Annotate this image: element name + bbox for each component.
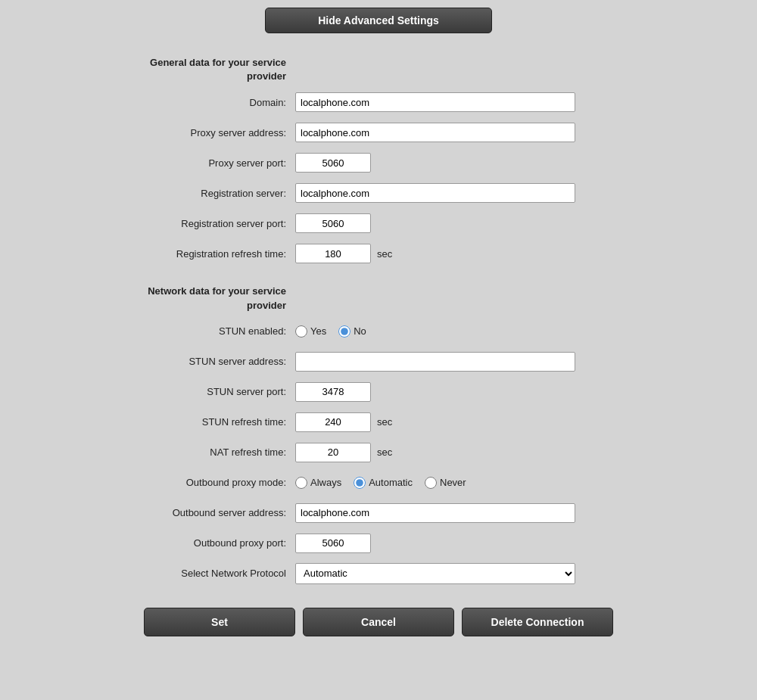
proxy-port-label: Proxy server port:	[208, 157, 286, 169]
outbound-port-label: Outbound proxy port:	[194, 537, 286, 549]
nat-refresh-unit: sec	[377, 446, 392, 458]
network-protocol-select[interactable]: Automatic TCP UDP TLS	[295, 563, 575, 584]
reg-port-input[interactable]	[295, 213, 371, 233]
reg-server-label: Registration server:	[201, 188, 286, 199]
stun-no-option[interactable]: No	[338, 325, 366, 338]
cancel-button[interactable]: Cancel	[303, 608, 454, 636]
reg-refresh-input[interactable]	[295, 244, 371, 263]
outbound-always-radio[interactable]	[295, 477, 307, 489]
stun-enabled-label: STUN enabled:	[219, 325, 286, 337]
delete-connection-button[interactable]: Delete Connection	[462, 608, 613, 636]
proxy-address-input[interactable]	[295, 123, 575, 142]
stun-address-input[interactable]	[295, 352, 575, 372]
reg-port-label: Registration server port:	[181, 218, 286, 229]
outbound-proxy-mode-label: Outbound proxy mode:	[186, 477, 286, 488]
outbound-server-input[interactable]	[295, 503, 575, 523]
outbound-never-radio[interactable]	[425, 477, 437, 489]
stun-port-input[interactable]	[295, 382, 371, 402]
proxy-address-label: Proxy server address:	[191, 127, 286, 138]
proxy-port-input[interactable]	[295, 153, 371, 173]
stun-refresh-label: STUN refresh time:	[202, 416, 286, 428]
nat-refresh-input[interactable]	[295, 443, 371, 462]
stun-no-label: No	[354, 325, 366, 337]
nat-refresh-label: NAT refresh time:	[210, 446, 286, 458]
stun-yes-label: Yes	[310, 325, 326, 337]
outbound-port-input[interactable]	[295, 534, 371, 553]
stun-port-label: STUN server port:	[207, 386, 286, 397]
outbound-server-label: Outbound server address:	[173, 507, 286, 518]
network-section-label: Network data for your service provider	[148, 285, 286, 310]
reg-refresh-unit: sec	[377, 248, 392, 260]
outbound-automatic-option[interactable]: Automatic	[354, 477, 413, 489]
stun-no-radio[interactable]	[338, 325, 350, 338]
reg-server-input[interactable]	[295, 183, 575, 203]
hide-advanced-settings-button[interactable]: Hide Advanced Settings	[265, 8, 492, 33]
stun-address-label: STUN server address:	[188, 356, 286, 367]
stun-refresh-input[interactable]	[295, 412, 371, 432]
general-section-label: General data for your service provider	[150, 57, 286, 82]
stun-yes-option[interactable]: Yes	[295, 325, 326, 338]
stun-yes-radio[interactable]	[295, 325, 307, 338]
stun-refresh-unit: sec	[377, 416, 392, 428]
reg-refresh-label: Registration refresh time:	[176, 248, 286, 260]
outbound-automatic-label: Automatic	[369, 477, 413, 488]
outbound-never-label: Never	[440, 477, 466, 488]
domain-label: Domain:	[250, 97, 286, 108]
outbound-never-option[interactable]: Never	[425, 477, 466, 489]
outbound-proxy-mode-radio-group: Always Automatic Never	[295, 477, 466, 489]
stun-enabled-radio-group: Yes No	[295, 325, 366, 338]
outbound-always-label: Always	[310, 477, 341, 488]
outbound-automatic-radio[interactable]	[354, 477, 366, 489]
network-protocol-label: Select Network Protocol	[181, 568, 286, 579]
set-button[interactable]: Set	[144, 608, 295, 636]
domain-input[interactable]	[295, 92, 575, 112]
outbound-always-option[interactable]: Always	[295, 477, 341, 489]
